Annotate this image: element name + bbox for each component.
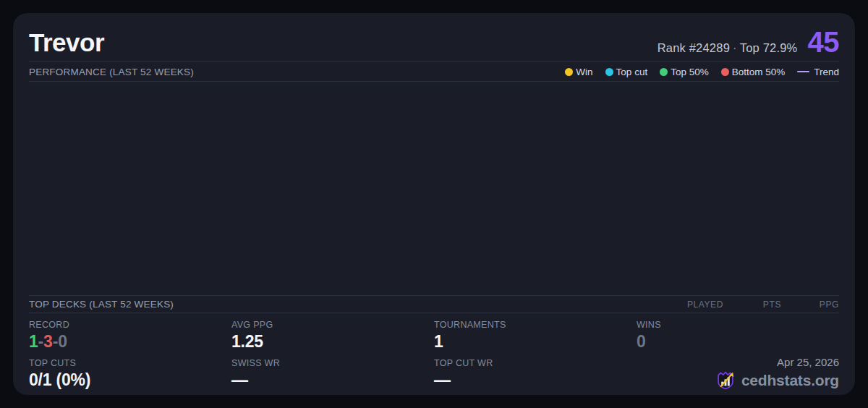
record-draws: 0 [58,332,67,351]
stat-swiss-wr: SWISS WR — [231,352,434,390]
legend-item-top-cut: Top cut [605,67,648,77]
brand-name: cedhstats.org [741,372,839,389]
date-label: Apr 25, 2026 [777,356,839,368]
legend-label: Trend [814,67,839,77]
stat-avg-ppg: AVG PPG 1.25 [231,313,434,352]
top-50-dot-icon [660,68,668,76]
column-header-ppg: PPG [781,299,839,310]
chart-legend: Win Top cut Top 50% Bottom 50% Trend [565,67,839,77]
win-dot-icon [565,68,573,76]
legend-item-trend: Trend [797,67,839,77]
record-separator: - [38,332,43,351]
rank-separator: · [730,41,740,54]
stats-grid: RECORD 1-3-0 AVG PPG 1.25 TOURNAMENTS 1 … [29,313,839,390]
stat-top-cut-wr: TOP CUT WR — [434,352,637,390]
performance-section-header: PERFORMANCE (LAST 52 WEEKS) Win Top cut … [29,61,839,82]
record-wins: 1 [29,332,38,351]
player-score: 45 [808,30,840,54]
column-header-pts: PTS [723,299,781,310]
performance-section-title: PERFORMANCE (LAST 52 WEEKS) [29,67,194,77]
performance-chart-area [29,82,839,295]
stat-label: TOP CUT WR [434,358,637,368]
stat-label: AVG PPG [231,320,434,330]
stat-value: — [434,370,637,390]
rank-text: Rank #24289·Top 72.9% [658,41,798,55]
stat-value: 0/1 (0%) [29,370,231,390]
legend-label: Top 50% [671,67,709,77]
legend-item-win: Win [565,67,592,77]
legend-label: Bottom 50% [732,67,786,77]
brand-row: cedhstats.org [715,370,839,391]
legend-label: Win [576,67,592,77]
top-cut-dot-icon [605,68,613,76]
stat-label: TOP CUTS [29,358,231,368]
top-decks-section-header: TOP DECKS (LAST 52 WEEKS) PLAYED PTS PPG [29,295,839,313]
stat-record: RECORD 1-3-0 [29,313,231,352]
stat-value: — [231,370,434,390]
stat-value: 1.25 [231,332,434,352]
top-decks-section-title: TOP DECKS (LAST 52 WEEKS) [29,299,174,310]
header-rank-group: Rank #24289·Top 72.9% 45 [658,30,839,55]
stat-wins: WINS 0 [637,313,839,352]
record-separator: - [53,332,58,351]
stat-label: RECORD [29,320,231,330]
legend-item-bottom-50: Bottom 50% [721,67,786,77]
card-header: Trevor Rank #24289·Top 72.9% 45 [29,13,839,61]
card-footer: Apr 25, 2026 cedhstats.org [637,352,839,390]
rank-number: Rank #24289 [658,41,730,54]
stat-value: 0 [637,332,839,352]
record-losses: 3 [43,332,53,351]
deck-table-columns: PLAYED PTS PPG [665,299,839,310]
legend-label: Top cut [616,67,648,77]
page-title: Trevor [29,30,104,55]
record-value: 1-3-0 [29,332,231,352]
stat-top-cuts: TOP CUTS 0/1 (0%) [29,352,231,390]
stat-tournaments: TOURNAMENTS 1 [434,313,637,352]
player-stats-card: Trevor Rank #24289·Top 72.9% 45 PERFORMA… [13,13,855,395]
legend-item-top-50: Top 50% [660,67,709,77]
stat-label: TOURNAMENTS [434,320,637,330]
column-header-played: PLAYED [665,299,723,310]
top-percent: Top 72.9% [740,41,798,54]
stat-label: WINS [637,320,839,330]
trend-line-icon [797,71,809,73]
stat-label: SWISS WR [231,358,434,368]
bottom-50-dot-icon [721,68,729,76]
cedhstats-shield-logo-icon [715,370,736,391]
stat-value: 1 [434,332,637,352]
